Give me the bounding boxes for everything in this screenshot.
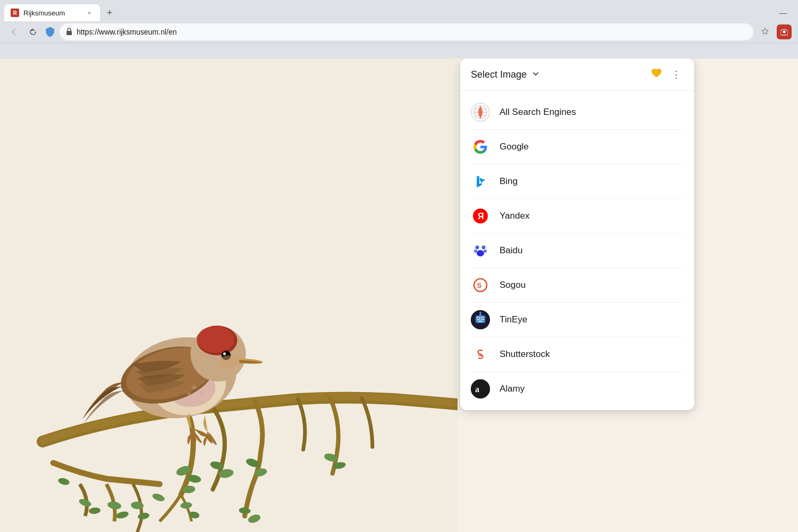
engine-item-shutterstock[interactable]: Shutterstock	[460, 337, 694, 371]
address-bar: https://www.rijksmuseum.nl/en	[0, 21, 798, 43]
baidu-label: Baidu	[500, 245, 522, 256]
svg-rect-1	[0, 59, 458, 532]
tab-favicon: R	[11, 9, 19, 17]
tab-title: Rijksmuseum	[23, 9, 81, 17]
tineye-icon	[471, 310, 490, 329]
svg-text:Я: Я	[478, 212, 484, 221]
google-label: Google	[500, 142, 529, 152]
svg-rect-0	[66, 31, 72, 35]
browser-chrome: R Rijksmuseum × + — https://www.rijksmus…	[0, 0, 798, 59]
camera-extension-button[interactable]	[777, 24, 792, 39]
bird-painting	[0, 59, 458, 532]
svg-rect-55	[478, 321, 483, 322]
minimize-button[interactable]: —	[777, 6, 789, 19]
bing-label: Bing	[500, 176, 518, 187]
svg-point-57	[479, 312, 481, 314]
svg-point-46	[477, 250, 484, 256]
engine-item-all[interactable]: All Search Engines	[460, 95, 694, 129]
yandex-label: Yandex	[500, 211, 529, 221]
more-options-button[interactable]: ⋮	[669, 67, 684, 82]
google-icon	[471, 137, 490, 156]
svg-text:a: a	[475, 385, 479, 394]
shield-icon	[45, 27, 55, 37]
svg-text:S: S	[477, 281, 482, 289]
refresh-button[interactable]	[26, 24, 40, 39]
engine-item-sogou[interactable]: S Sogou	[460, 268, 694, 302]
yandex-icon: Я	[471, 206, 490, 226]
window-controls: —	[777, 6, 794, 19]
shutterstock-icon	[471, 345, 490, 364]
alamy-label: Alamy	[500, 384, 525, 394]
svg-point-44	[474, 250, 477, 253]
url-bar[interactable]: https://www.rijksmuseum.nl/en	[60, 23, 753, 40]
svg-point-35	[192, 385, 196, 389]
engine-item-yandex[interactable]: Я Yandex	[460, 199, 694, 233]
baidu-icon	[471, 241, 490, 260]
svg-point-42	[476, 246, 479, 250]
alamy-icon: a	[471, 379, 490, 398]
panel-header: Select Image ⋮	[460, 59, 694, 91]
engine-item-baidu[interactable]: Baidu	[460, 234, 694, 268]
engine-item-bing[interactable]: Bing	[460, 164, 694, 198]
tab-close-button[interactable]: ×	[85, 9, 94, 17]
shutterstock-label: Shutterstock	[500, 349, 550, 360]
webpage: Select Image ⋮	[0, 59, 798, 532]
active-tab[interactable]: R Rijksmuseum ×	[4, 4, 100, 21]
address-bar-separator	[0, 43, 798, 43]
sogou-icon: S	[471, 276, 490, 295]
bookmark-button[interactable]	[758, 24, 772, 39]
favorite-button[interactable]	[651, 68, 662, 81]
engine-list: All Search Engines Google	[460, 91, 694, 410]
svg-point-33	[223, 353, 226, 355]
url-text: https://www.rijksmuseum.nl/en	[77, 28, 177, 36]
select-image-button[interactable]: Select Image	[471, 69, 539, 80]
tab-bar: R Rijksmuseum × + —	[0, 0, 798, 21]
svg-point-37	[187, 392, 191, 396]
svg-point-43	[482, 246, 486, 250]
svg-point-30	[197, 326, 234, 353]
lock-icon	[66, 28, 72, 37]
svg-rect-59	[471, 379, 490, 398]
engine-item-google[interactable]: Google	[460, 130, 694, 164]
svg-rect-54	[481, 318, 483, 319]
back-button[interactable]	[6, 24, 21, 39]
dropdown-arrow-icon	[532, 70, 539, 79]
search-engine-dropdown: Select Image ⋮	[460, 59, 694, 410]
engine-item-alamy[interactable]: a Alamy	[460, 372, 694, 406]
tineye-label: TinEye	[500, 314, 527, 325]
all-engines-icon	[471, 103, 490, 122]
sogou-label: Sogou	[500, 280, 526, 290]
new-tab-button[interactable]: +	[102, 5, 117, 20]
svg-rect-53	[478, 318, 479, 319]
svg-rect-50	[476, 315, 485, 323]
select-image-label: Select Image	[471, 69, 527, 80]
svg-point-45	[484, 250, 487, 253]
bing-icon	[471, 172, 490, 191]
svg-point-34	[219, 355, 238, 368]
all-engines-label: All Search Engines	[500, 107, 576, 118]
engine-item-tineye[interactable]: TinEye	[460, 303, 694, 337]
svg-point-36	[200, 391, 203, 394]
